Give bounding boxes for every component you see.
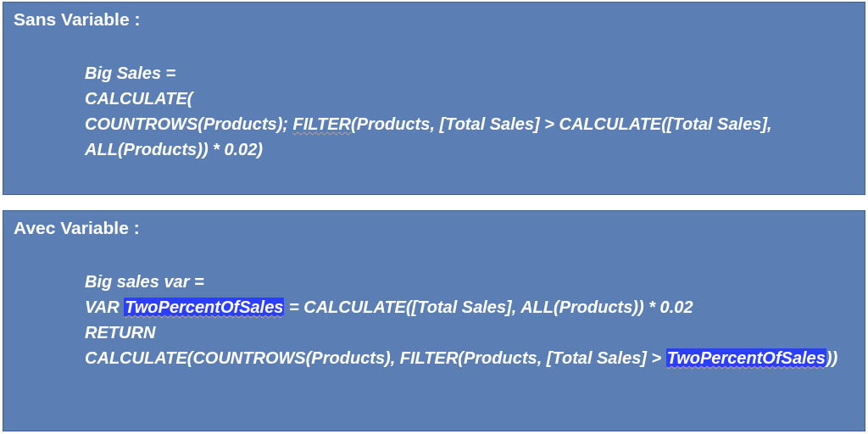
- code-fragment: = CALCULATE([Total Sales], ALL(Products)…: [284, 298, 693, 316]
- slide-stage: Sans Variable : Big Sales = CALCULATE( C…: [0, 0, 868, 434]
- code-variable-highlight: TwoPercentOfSales: [666, 348, 826, 367]
- code-fragment: COUNTROWS(Products);: [85, 114, 293, 133]
- code-line: RETURN: [85, 323, 155, 342]
- panel-heading: Sans Variable :: [3, 3, 865, 30]
- code-line: VAR TwoPercentOfSales = CALCULATE([Total…: [85, 298, 693, 316]
- code-fragment: CALCULATE(COUNTROWS(Products), FILTER(Pr…: [85, 348, 666, 367]
- code-line: CALCULATE(COUNTROWS(Products), FILTER(Pr…: [85, 348, 837, 367]
- code-variable-highlight: TwoPercentOfSales: [124, 298, 284, 316]
- code-line: Big Sales =: [85, 64, 175, 82]
- code-block-sans: Big Sales = CALCULATE( COUNTROWS(Product…: [3, 60, 865, 162]
- panel-avec-variable: Avec Variable : Big sales var = VAR TwoP…: [3, 210, 865, 431]
- code-line: Big sales var =: [85, 272, 204, 291]
- code-line: COUNTROWS(Products); FILTER(Products, [T…: [85, 114, 772, 159]
- code-fragment: )): [826, 348, 837, 367]
- code-fragment: VAR: [85, 298, 124, 316]
- code-block-avec: Big sales var = VAR TwoPercentOfSales = …: [3, 269, 865, 370]
- panel-heading: Avec Variable :: [3, 211, 865, 238]
- code-fragment-wavy: FILTER: [293, 114, 352, 133]
- panel-sans-variable: Sans Variable : Big Sales = CALCULATE( C…: [3, 2, 865, 195]
- code-line: CALCULATE(: [85, 89, 192, 108]
